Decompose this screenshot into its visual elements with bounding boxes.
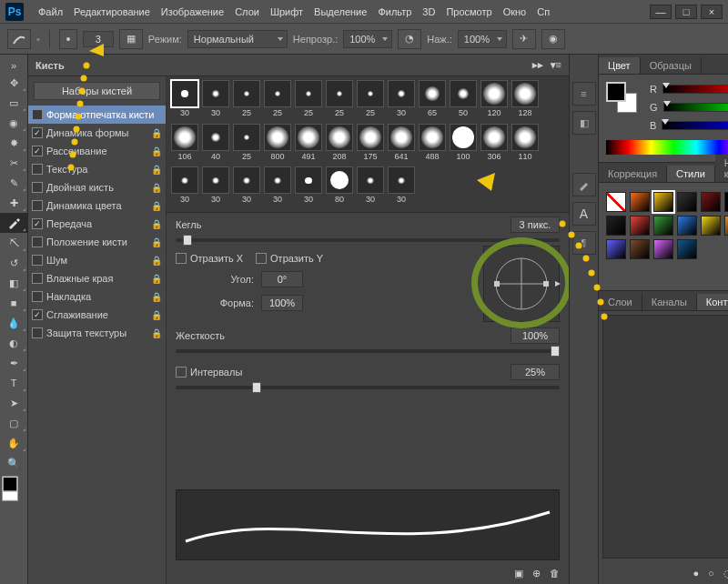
stamp-tool[interactable]: ⛏ xyxy=(0,233,27,253)
brush-tip-thumb[interactable]: 30 xyxy=(170,166,199,205)
size-pressure-icon[interactable]: ◉ xyxy=(541,29,565,49)
panel-menu-icon[interactable]: ▾≡ xyxy=(551,59,561,71)
path-select-tool[interactable]: ➤ xyxy=(0,393,27,413)
brush-option-row[interactable]: Двойная кисть🔒 xyxy=(28,178,166,196)
zoom-tool[interactable]: 🔍 xyxy=(0,453,27,473)
brush-tip-thumb[interactable]: 30 xyxy=(201,166,230,205)
tab-paths[interactable]: Контуры xyxy=(697,294,728,310)
properties-dock-icon[interactable]: ◧ xyxy=(572,111,596,135)
blend-mode-dropdown[interactable]: Нормальный xyxy=(187,30,288,48)
new-brush-icon[interactable]: ⊕ xyxy=(532,568,541,579)
brush-panel-toggle-icon[interactable]: ▦ xyxy=(119,29,143,49)
collapse-arrows-icon[interactable]: » xyxy=(0,58,27,73)
style-swatch[interactable] xyxy=(653,216,673,236)
path-to-selection-icon[interactable]: ◌ xyxy=(723,568,728,579)
fill-path-icon[interactable]: ● xyxy=(693,568,699,579)
brush-tip-thumb[interactable]: 30 xyxy=(356,166,385,205)
brush-tip-thumb[interactable]: 30 xyxy=(294,166,323,205)
brush-option-row[interactable]: Текстура🔒 xyxy=(28,160,166,178)
brush-tip-thumb[interactable]: 110 xyxy=(511,124,540,162)
menu-edit[interactable]: Редактирование xyxy=(68,6,156,17)
tab-brush-presets[interactable]: Наборы кистей xyxy=(715,155,728,182)
r-slider[interactable] xyxy=(662,85,728,94)
brush-tip-thumb[interactable]: 106 xyxy=(170,124,199,162)
window-maximize-button[interactable]: □ xyxy=(675,5,697,19)
checkbox-icon[interactable] xyxy=(32,109,43,120)
flip-x-checkbox[interactable]: Отразить X xyxy=(176,253,243,264)
brush-tip-thumb[interactable]: 30 xyxy=(263,166,292,205)
move-tool[interactable]: ✥ xyxy=(0,73,27,93)
brush-tip-thumb[interactable]: 25 xyxy=(294,80,323,118)
style-swatch[interactable] xyxy=(630,216,650,236)
flip-y-checkbox[interactable]: Отразить Y xyxy=(256,253,323,264)
brush-tip-thumb[interactable]: 25 xyxy=(263,80,292,118)
paragraph-dock-icon[interactable]: ¶ xyxy=(572,231,596,255)
brush-option-row[interactable]: Динамика формы🔒 xyxy=(28,124,166,142)
brush-tip-thumb[interactable]: 800 xyxy=(263,124,292,162)
brush-tip-grid[interactable]: 3030252525252530655012012810640258004912… xyxy=(167,76,569,213)
history-brush-tool[interactable]: ↺ xyxy=(0,253,27,273)
brush-size-field[interactable] xyxy=(83,31,114,47)
checkbox-icon[interactable] xyxy=(32,237,43,247)
brush-tip-thumb[interactable]: 80 xyxy=(325,166,354,205)
menu-help[interactable]: Сп xyxy=(531,6,555,17)
brush-tip-thumb[interactable]: 488 xyxy=(418,124,447,162)
hardness-slider[interactable] xyxy=(176,349,560,353)
style-swatch[interactable] xyxy=(606,239,626,259)
brush-option-row[interactable]: Положение кисти🔒 xyxy=(28,233,166,251)
panel-collapse-icon[interactable]: ▸▸ xyxy=(532,59,543,71)
style-swatch[interactable] xyxy=(701,192,721,212)
brush-option-row[interactable]: Рассеивание🔒 xyxy=(28,142,166,160)
style-swatch[interactable] xyxy=(606,192,626,212)
menu-file[interactable]: Файл xyxy=(33,6,68,17)
b-slider[interactable] xyxy=(662,121,728,130)
roundness-value-field[interactable]: 100% xyxy=(261,295,303,311)
menu-3d[interactable]: 3D xyxy=(417,6,440,17)
style-swatch[interactable] xyxy=(653,239,673,259)
brush-option-row[interactable]: Форма отпечатка кисти xyxy=(28,106,166,124)
brush-option-row[interactable]: Защита текстуры🔒 xyxy=(28,324,166,342)
angle-control[interactable] xyxy=(483,246,560,322)
spacing-slider[interactable] xyxy=(176,386,560,389)
checkbox-icon[interactable] xyxy=(32,273,43,284)
tab-swatches[interactable]: Образцы xyxy=(641,57,702,74)
lasso-tool[interactable]: ◉ xyxy=(0,113,27,133)
checkbox-icon[interactable] xyxy=(32,200,43,211)
size-value-field[interactable]: 3 пикс. xyxy=(511,216,560,233)
hand-tool[interactable]: ✋ xyxy=(0,433,27,453)
brush-tip-thumb[interactable]: 100 xyxy=(449,124,478,162)
brush-tip-thumb[interactable]: 208 xyxy=(325,124,354,162)
angle-value-field[interactable]: 0° xyxy=(261,271,303,287)
tab-styles[interactable]: Стили xyxy=(667,166,715,182)
style-swatch[interactable] xyxy=(724,216,728,236)
checkbox-icon[interactable] xyxy=(32,255,43,266)
brush-tip-thumb[interactable]: 25 xyxy=(356,80,385,118)
menu-layers[interactable]: Слои xyxy=(229,6,265,17)
heal-tool[interactable]: ✚ xyxy=(0,193,27,213)
style-swatch[interactable] xyxy=(701,216,721,236)
brush-tip-thumb[interactable]: 641 xyxy=(387,124,416,162)
brush-tip-thumb[interactable]: 120 xyxy=(480,80,509,118)
window-minimize-button[interactable]: — xyxy=(650,5,672,19)
window-close-button[interactable]: × xyxy=(701,5,723,19)
brush-dot-icon[interactable] xyxy=(59,29,77,49)
brush-tip-thumb[interactable]: 175 xyxy=(356,124,385,162)
brush-tip-thumb[interactable]: 30 xyxy=(232,166,261,205)
delete-icon[interactable]: 🗑 xyxy=(550,568,560,579)
eyedropper-tool[interactable]: ✎ xyxy=(0,173,27,193)
brush-tip-thumb[interactable]: 25 xyxy=(325,80,354,118)
dodge-tool[interactable]: ◐ xyxy=(0,333,27,353)
spacing-checkbox[interactable]: Интервалы xyxy=(176,367,242,378)
menu-window[interactable]: Окно xyxy=(498,6,532,17)
fgbg-color-swatch[interactable] xyxy=(606,82,637,113)
spacing-value-field[interactable]: 25% xyxy=(511,364,560,380)
style-swatch[interactable] xyxy=(653,192,673,212)
brush-presets-button[interactable]: Наборы кистей xyxy=(34,82,160,100)
brush-tip-thumb[interactable]: 491 xyxy=(294,124,323,162)
brush-tool[interactable] xyxy=(0,213,27,233)
menu-type[interactable]: Шрифт xyxy=(265,6,308,17)
checkbox-icon[interactable] xyxy=(32,127,43,138)
character-dock-icon[interactable]: A xyxy=(572,202,596,226)
opacity-pressure-icon[interactable]: ◔ xyxy=(398,29,421,49)
checkbox-icon[interactable] xyxy=(32,146,43,156)
